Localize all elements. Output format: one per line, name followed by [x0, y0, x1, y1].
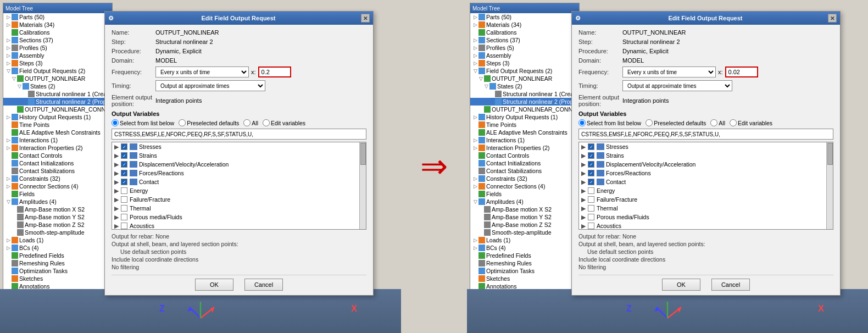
right-ok-button[interactable]: OK — [662, 279, 700, 291]
rtree-constraints[interactable]: ▷ Constraints (32) — [470, 175, 579, 182]
rtree-amp3[interactable]: Amp-Base motion Z S2 — [470, 221, 579, 229]
tree-item-states[interactable]: ▽ States (2) — [3, 82, 112, 90]
tree-item-predefined[interactable]: Predefined Fields — [3, 252, 112, 259]
rvar-cb-contact[interactable] — [588, 179, 594, 185]
lvar-porous[interactable]: ▶ Porous media/Fluids — [112, 213, 366, 221]
tree-item-amplitudes[interactable]: ▽ Amplitudes (4) — [3, 198, 112, 206]
rtree-amp2[interactable]: Amp-Base motion Y S2 — [470, 213, 579, 221]
lradio-input-3[interactable] — [243, 119, 251, 126]
lvar-cb-failure[interactable] — [121, 196, 127, 203]
rtree-state2[interactable]: Structural nonlinear 2 (Propagated) — [470, 98, 579, 106]
rvar-failure[interactable]: ▶ Failure/Fracture — [579, 195, 833, 204]
rvar-strains[interactable]: ▶ Strains — [579, 151, 833, 160]
rradio-input-3[interactable] — [710, 119, 717, 126]
lvar-acoustics[interactable]: ▶ Acoustics — [112, 221, 366, 230]
tree-item-amp3[interactable]: Amp-Base motion Z S2 — [3, 221, 112, 229]
rtree-state1[interactable]: Structural nonlinear 1 (Created) — [470, 90, 579, 98]
tree-item-state2[interactable]: Structural nonlinear 2 (Propagated) — [3, 98, 112, 106]
rtree-profiles[interactable]: ▷ Profiles (5) — [470, 44, 579, 52]
lfreq-select[interactable]: Every x units of time — [155, 66, 249, 77]
tree-item-contact-init[interactable]: Contact Initializations — [3, 159, 112, 167]
tree-item-constraints[interactable]: ▷ Constraints (32) — [3, 175, 112, 182]
lvar-thermal[interactable]: ▶ Thermal — [112, 204, 366, 213]
lvar-cb-disp[interactable] — [121, 161, 127, 168]
rvar-cb-energy[interactable] — [588, 187, 594, 194]
rtree-assembly[interactable]: ▷ Assembly — [470, 52, 579, 59]
tree-item-interactions[interactable]: ▷ Interactions (1) — [3, 136, 112, 144]
rradio-3[interactable]: All — [710, 119, 725, 126]
tree-item-remeshing[interactable]: Remeshing Rules — [3, 259, 112, 267]
lvars-field[interactable] — [112, 129, 366, 140]
lradio-3[interactable]: All — [243, 119, 258, 126]
rtree-amp4[interactable]: Smooth-step-amplitude — [470, 229, 579, 236]
rvar-cb-acoustics[interactable] — [588, 223, 594, 229]
rtree-history[interactable]: ▷ History Output Requests (1) — [470, 113, 579, 121]
rtree-parts[interactable]: ▷ Parts (50) — [470, 13, 579, 21]
tree-item-sections[interactable]: ▷ Sections (37) — [3, 36, 112, 44]
rvar-energy[interactable]: ▶ Energy — [579, 186, 833, 195]
rtiming-select[interactable]: Output at approximate times — [622, 80, 732, 91]
tree-item-output-conn[interactable]: OUTPUT_NONLINEAR_CONNECTORS — [3, 106, 112, 113]
rtree-remeshing[interactable]: Remeshing Rules — [470, 259, 579, 267]
lvars-scrollbar[interactable] — [359, 142, 366, 229]
tree-item-loads[interactable]: ▷ Loads (1) — [3, 236, 112, 244]
rvars-scroll-thumb[interactable] — [827, 143, 833, 165]
tree-item-fields[interactable]: Fields — [3, 190, 112, 198]
rfreq-select[interactable]: Every x units of time — [622, 66, 716, 77]
rvar-cb-forces[interactable] — [588, 170, 594, 176]
tree-item-sketches[interactable]: Sketches — [3, 275, 112, 282]
rtree-amp1[interactable]: Amp-Base motion X S2 — [470, 206, 579, 213]
right-cancel-button[interactable]: Cancel — [711, 279, 750, 291]
rvars-field[interactable] — [578, 129, 833, 140]
tree-item-interaction-props[interactable]: ▷ Interaction Properties (2) — [3, 144, 112, 152]
tree-item-assembly[interactable]: ▷ Assembly — [3, 52, 112, 59]
rtree-states[interactable]: ▽ States (2) — [470, 82, 579, 90]
lfreq-x-input[interactable]: 0.2 — [258, 66, 291, 77]
left-ok-button[interactable]: OK — [195, 279, 233, 291]
rtree-contact-controls[interactable]: Contact Controls — [470, 152, 579, 159]
rvar-stresses[interactable]: ▶ Stresses — [579, 142, 833, 151]
ltiming-select[interactable]: Output at approximate times — [155, 80, 265, 91]
rradio-input-1[interactable] — [578, 119, 586, 126]
rtree-predefined[interactable]: Predefined Fields — [470, 252, 579, 259]
lradio-input-4[interactable] — [263, 119, 270, 126]
rvar-cb-disp[interactable] — [588, 161, 594, 168]
lvar-cb-thermal[interactable] — [121, 205, 127, 212]
rvar-forces[interactable]: ▶ Forces/Reactions — [579, 169, 833, 177]
rtree-amplitudes[interactable]: ▽ Amplitudes (4) — [470, 198, 579, 206]
tree-item-output-nonlinear[interactable]: ▽ OUTPUT_NONLINEAR — [3, 75, 112, 82]
tree-item-opt-tasks[interactable]: Optimization Tasks — [3, 267, 112, 275]
rradio-2[interactable]: Preselected defaults — [646, 119, 706, 126]
tree-item-materials[interactable]: ▷ Materials (34) — [3, 21, 112, 29]
lvar-contact[interactable]: ▶ Contact — [112, 177, 366, 186]
lvars-scroll-thumb[interactable] — [360, 143, 366, 165]
lvar-disp[interactable]: ▶ Displacement/Velocity/Acceleration — [112, 160, 366, 169]
lvar-cb-porous[interactable] — [121, 214, 127, 220]
tree-item-profiles[interactable]: ▷ Profiles (5) — [3, 44, 112, 52]
rtree-ale[interactable]: ALE Adaptive Mesh Constraints — [470, 129, 579, 136]
tree-item-connector-sec[interactable]: ▷ Connector Sections (4) — [3, 182, 112, 190]
rvar-cb-stresses[interactable] — [588, 143, 594, 150]
lvar-strains[interactable]: ▶ Strains — [112, 151, 366, 160]
tree-item-contact-controls[interactable]: Contact Controls — [3, 152, 112, 159]
lvar-failure[interactable]: ▶ Failure/Fracture — [112, 195, 366, 204]
rvar-contact[interactable]: ▶ Contact — [579, 177, 833, 186]
rtree-interactions[interactable]: ▷ Interactions (1) — [470, 136, 579, 144]
rtree-loads[interactable]: ▷ Loads (1) — [470, 236, 579, 244]
lvar-cb-energy[interactable] — [121, 187, 127, 194]
rtree-output-nonlinear[interactable]: ▽ OUTPUT_NONLINEAR — [470, 75, 579, 82]
tree-item-field-output[interactable]: ▽ Field Output Requests (2) — [3, 67, 112, 75]
tree-item-contact-stab[interactable]: Contact Stabilizations — [3, 167, 112, 175]
rtree-contact-stab[interactable]: Contact Stabilizations — [470, 167, 579, 175]
rtree-timepoints[interactable]: Time Points — [470, 121, 579, 129]
lradio-1[interactable]: Select from list below — [112, 119, 174, 126]
lvar-stresses[interactable]: ▶ Stresses — [112, 142, 366, 151]
rtree-connector-sec[interactable]: ▷ Connector Sections (4) — [470, 182, 579, 190]
lvar-forces[interactable]: ▶ Forces/Reactions — [112, 169, 366, 177]
rtree-interaction-props[interactable]: ▷ Interaction Properties (2) — [470, 144, 579, 152]
rvar-cb-porous[interactable] — [588, 214, 594, 220]
tree-item-parts[interactable]: ▷ Parts (50) — [3, 13, 112, 21]
rradio-input-2[interactable] — [646, 119, 653, 126]
rtree-steps[interactable]: ▷ Steps (3) — [470, 59, 579, 67]
rradio-input-4[interactable] — [730, 119, 737, 126]
